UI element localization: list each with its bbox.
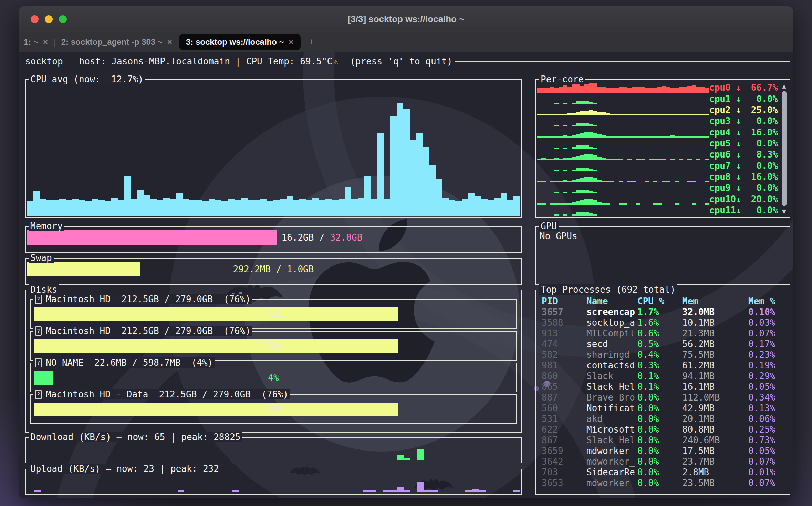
histogram-bar bbox=[554, 88, 559, 93]
histogram-bar bbox=[416, 133, 423, 216]
process-row: 560Notificat0.0%42.9MB0.13% bbox=[536, 403, 790, 413]
per-core-sparkline bbox=[537, 160, 709, 171]
process-memory-percent: 0.05% bbox=[748, 382, 790, 391]
tab-3-close-icon[interactable]: × bbox=[289, 37, 294, 47]
gpu-panel: GPU No GPUs bbox=[535, 226, 790, 285]
histogram-bar bbox=[404, 490, 410, 492]
tab-2-close-icon[interactable]: × bbox=[167, 37, 172, 47]
process-memory: 17.5MB bbox=[682, 446, 748, 455]
histogram-bar bbox=[576, 134, 580, 138]
process-cpu-percent: 0.0% bbox=[637, 425, 682, 434]
core-name: cpu7 ↓ bbox=[709, 161, 741, 170]
histogram-bar bbox=[636, 87, 640, 93]
process-name: mdworker_ bbox=[586, 457, 637, 466]
scroll-up-icon[interactable]: ▲ bbox=[782, 81, 786, 90]
histogram-bar bbox=[580, 145, 584, 149]
histogram-bar bbox=[580, 111, 584, 115]
app-header: socktop — host: Jasons-MBP.localdomain |… bbox=[25, 55, 790, 68]
process-row: 867Slack Hel0.0%240.6MB0.73% bbox=[536, 435, 790, 445]
tab-1[interactable]: 1: ~ × bbox=[19, 37, 53, 47]
core-name: cpu3 ↓ bbox=[709, 117, 741, 125]
process-memory: 112.0MB bbox=[682, 393, 748, 402]
histogram-bar bbox=[488, 200, 494, 216]
top-processes-panel: Top Processes (692 total) PID Name CPU %… bbox=[535, 290, 790, 495]
unknown-glyph-icon: ? bbox=[35, 390, 42, 399]
disk-item-panel: ?Macintosh HD - Data 212.5GB / 279.0GB (… bbox=[30, 394, 517, 424]
new-tab-button[interactable]: + bbox=[308, 36, 314, 48]
process-cpu-percent: 1.7% bbox=[637, 307, 682, 316]
histogram-bar bbox=[431, 490, 438, 492]
histogram-bar bbox=[383, 490, 390, 492]
histogram-bar bbox=[572, 113, 576, 115]
per-core-label: cpu1 ↓0.0% bbox=[709, 94, 778, 104]
histogram-bar bbox=[589, 83, 593, 93]
gpu-title: GPU bbox=[539, 221, 559, 231]
histogram-bar bbox=[597, 180, 602, 182]
process-memory-percent: 0.10% bbox=[748, 307, 790, 316]
histogram-bar bbox=[563, 158, 567, 160]
per-core-row: cpu5 ↓0.0% bbox=[537, 138, 778, 149]
process-memory: 16.1MB bbox=[682, 382, 748, 391]
per-core-scrollbar[interactable]: ▲ ▼ bbox=[780, 81, 788, 216]
histogram-bar bbox=[248, 200, 254, 216]
core-usage-value: 16.0% bbox=[751, 172, 778, 181]
histogram-bar bbox=[131, 199, 137, 216]
histogram-bar bbox=[494, 198, 501, 216]
histogram-bar bbox=[513, 490, 520, 492]
core-usage-value: 0.0% bbox=[756, 206, 778, 215]
tab-2[interactable]: 2: socktop_agent -p 303 ~ × bbox=[56, 37, 177, 47]
tab-3-active[interactable]: 3: socktop ws://localho ~ × bbox=[179, 34, 301, 50]
process-pid: 3653 bbox=[542, 478, 586, 487]
process-row: 3642mdworker_0.0%23.7MB0.07% bbox=[536, 456, 790, 467]
histogram-bar bbox=[593, 214, 597, 216]
memory-used-value: 16.2GB / bbox=[281, 232, 324, 243]
histogram-bar bbox=[576, 190, 580, 194]
histogram-bar bbox=[144, 195, 150, 216]
histogram-bar bbox=[436, 179, 442, 216]
terminal-window: [3/3] socktop ws://localho ~ 1: ~ × | 2:… bbox=[19, 6, 793, 498]
histogram-bar bbox=[462, 199, 468, 216]
upload-panel: Upload (KB/s) — now: 23 | peak: 232 bbox=[25, 469, 522, 495]
tab-1-close-icon[interactable]: × bbox=[43, 37, 48, 47]
histogram-bar bbox=[369, 490, 376, 492]
per-core-label: cpu7 ↓0.0% bbox=[709, 161, 778, 171]
histogram-bar bbox=[653, 88, 657, 93]
process-pid: 3659 bbox=[542, 446, 586, 455]
histogram-bar bbox=[589, 177, 593, 182]
scroll-down-icon[interactable]: ▼ bbox=[782, 207, 786, 216]
histogram-bar bbox=[645, 88, 649, 93]
download-histogram bbox=[27, 443, 520, 460]
process-name: sharingd bbox=[586, 350, 637, 359]
histogram-bar bbox=[670, 88, 675, 93]
histogram-bar bbox=[163, 198, 170, 216]
histogram-bar bbox=[472, 489, 479, 492]
per-core-label: cpu0 ↓66.7% bbox=[709, 83, 778, 93]
histogram-bar bbox=[537, 88, 541, 93]
memory-gauge: 16.2GB / 32.0GB bbox=[27, 230, 520, 245]
app-header-text: socktop — host: Jasons-MBP.localdomain |… bbox=[25, 56, 332, 67]
histogram-bar bbox=[287, 196, 293, 216]
process-memory: 42.9MB bbox=[682, 404, 748, 413]
process-pid: 3588 bbox=[542, 318, 586, 327]
histogram-bar bbox=[580, 212, 584, 216]
histogram-bar bbox=[572, 157, 576, 160]
histogram-bar bbox=[576, 201, 580, 205]
scrollbar-track[interactable] bbox=[782, 91, 787, 206]
process-pid: 913 bbox=[542, 329, 586, 338]
histogram-bar bbox=[72, 199, 79, 216]
histogram-bar bbox=[576, 112, 580, 115]
process-name: SidecarRe bbox=[586, 468, 637, 477]
histogram-bar bbox=[576, 145, 580, 149]
core-name: cpu0 ↓ bbox=[709, 83, 741, 92]
histogram-bar bbox=[584, 154, 589, 160]
histogram-bar bbox=[657, 87, 662, 93]
core-usage-value: 20.0% bbox=[751, 195, 778, 204]
process-pid: 703 bbox=[542, 468, 586, 477]
disk-gauge: 76% bbox=[34, 307, 513, 321]
disk-item-title: ?NO NAME 22.6MB / 598.7MB (4%) bbox=[33, 357, 215, 368]
histogram-bar bbox=[696, 87, 700, 93]
core-name: cpu8 ↓ bbox=[709, 172, 741, 181]
histogram-bar bbox=[260, 199, 267, 216]
process-memory-percent: 0.07% bbox=[748, 478, 790, 487]
histogram-bar bbox=[397, 103, 403, 216]
